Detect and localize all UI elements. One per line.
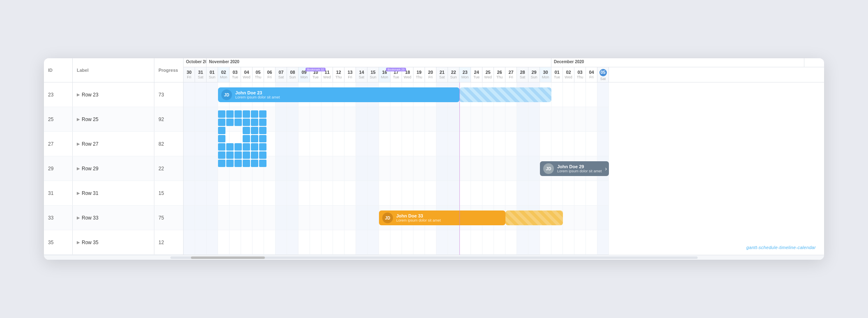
expand-icon[interactable]: ▶ (77, 166, 80, 171)
timeline-cell (459, 230, 471, 254)
timeline-cell (356, 156, 367, 181)
timeline-cell (379, 181, 390, 205)
timeline-cell (586, 206, 597, 230)
timeline-cell (218, 230, 230, 254)
pattern-square (234, 110, 242, 118)
timeline-cell (597, 82, 609, 107)
day-name: Wed (243, 75, 250, 79)
cell-progress: 12 (154, 230, 183, 254)
timeline-cell (195, 82, 207, 107)
date-cell-18: Bookmark 2917Tue (390, 67, 402, 82)
cell-label: ▶Row 31 (73, 181, 154, 205)
timeline-cell (184, 132, 195, 156)
pattern-square (251, 160, 258, 167)
expand-icon[interactable]: ▶ (77, 240, 80, 245)
pattern-square (276, 160, 283, 167)
gantt-bar[interactable]: JDJohn Doe 33Lorem ipsum dolor sit amet (379, 210, 505, 225)
day-num: 19 (416, 70, 421, 75)
cell-label: ▶Row 27 (73, 132, 154, 156)
cell-progress: 22 (154, 156, 183, 181)
timeline-cell (333, 107, 344, 131)
day-num: 30 (543, 70, 548, 75)
timeline-cell (517, 156, 528, 181)
gantt-bar[interactable] (505, 210, 563, 225)
arrow-icon: › (605, 165, 607, 172)
table-row: 33▶Row 3375 (44, 206, 183, 230)
timeline-cell (402, 156, 413, 181)
timeline-cell (367, 107, 379, 131)
timeline-cell (586, 82, 597, 107)
table-row: 35▶Row 3512 (44, 230, 183, 255)
timeline-cell (563, 230, 574, 254)
gantt-header: ID Label Progress October 202November 20… (44, 58, 824, 82)
day-num: 30 (186, 70, 191, 75)
avatar: JD (382, 213, 393, 223)
date-cell-34: 03Thu (574, 67, 586, 82)
day-name: Mon (462, 75, 469, 79)
timeline-cell (321, 181, 333, 205)
timeline-cell (310, 132, 321, 156)
date-cell-29: 28Sat (517, 67, 528, 82)
timeline-row (184, 230, 609, 255)
timeline-cell (448, 230, 459, 254)
day-name: Sun (450, 75, 457, 79)
gantt-bar[interactable]: JDJohn Doe 29Lorem ipsum dolor sit amet› (540, 161, 609, 176)
timeline-cell (597, 181, 609, 205)
timeline-cell (597, 107, 609, 131)
scrollbar-track[interactable] (170, 256, 698, 259)
pattern-square (243, 160, 250, 167)
day-num: 26 (497, 70, 502, 75)
bar-sub: Lorem ipsum dolor sit amet (235, 95, 280, 99)
date-cell-32: 01Tue (551, 67, 563, 82)
timeline-cell (425, 181, 436, 205)
day-name: Fri (428, 75, 433, 79)
timeline-cell (494, 132, 505, 156)
timeline-cell (333, 132, 344, 156)
day-num: 21 (439, 70, 444, 75)
timeline-cell (195, 206, 207, 230)
timeline-cell (287, 181, 299, 205)
date-cell-33: 02Wed (563, 67, 574, 82)
vertical-line (459, 82, 460, 255)
timeline-cell (402, 107, 413, 131)
table-row: 31▶Row 3115 (44, 181, 183, 206)
timeline-cell (471, 181, 482, 205)
pattern-square (259, 127, 266, 134)
day-name: Wed (404, 75, 411, 79)
cell-progress: 73 (154, 82, 183, 107)
timeline-cell (333, 181, 344, 205)
day-num: 05 (599, 69, 607, 76)
timeline-cell (184, 107, 195, 131)
timeline-cell (574, 132, 586, 156)
cell-id: 33 (44, 206, 73, 230)
expand-icon[interactable]: ▶ (77, 117, 80, 121)
cell-label: ▶Row 23 (73, 82, 154, 107)
pattern-square (243, 135, 250, 142)
timeline-cell (333, 230, 344, 254)
gantt-card: ID Label Progress October 202November 20… (44, 58, 824, 260)
day-name: Thu (416, 75, 423, 79)
timeline-body[interactable]: JDJohn Doe 23Lorem ipsum dolor sit ametJ… (184, 82, 824, 255)
expand-icon[interactable]: ▶ (77, 142, 80, 146)
pattern-square (259, 119, 266, 126)
day-num: 27 (508, 70, 513, 75)
gantt-bar[interactable] (459, 87, 551, 102)
row-label-text: Row 31 (82, 190, 99, 196)
expand-icon[interactable]: ▶ (77, 215, 80, 220)
timeline-cell (494, 181, 505, 205)
timeline-cell (574, 206, 586, 230)
gantt-bar[interactable]: JDJohn Doe 23Lorem ipsum dolor sit amet (218, 87, 459, 102)
pattern-square (276, 135, 283, 142)
timeline-cell (482, 107, 494, 131)
expand-icon[interactable]: ▶ (77, 191, 80, 195)
expand-icon[interactable]: ▶ (77, 92, 80, 97)
timeline-cell (551, 181, 563, 205)
timeline-cell (494, 156, 505, 181)
timeline-cell (459, 132, 471, 156)
logo-pattern (218, 110, 283, 167)
day-name: Sun (530, 75, 537, 79)
cell-progress: 92 (154, 107, 183, 131)
scrollbar-thumb[interactable] (191, 256, 265, 259)
timeline-header: October 202November 2020December 202030F… (184, 58, 824, 82)
cell-id: 29 (44, 156, 73, 181)
